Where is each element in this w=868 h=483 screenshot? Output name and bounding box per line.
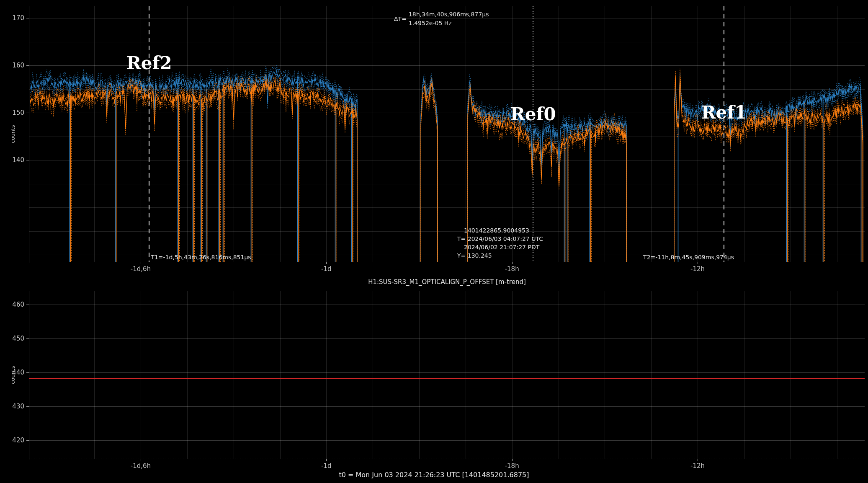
cursor-label-ref2: Ref2 xyxy=(126,53,172,73)
cursor-readout-utc: T= 2024/06/03 04:07:27 UTC xyxy=(457,235,543,242)
y-tick-label: 430 xyxy=(0,403,24,410)
y-tick-label: 460 xyxy=(0,301,24,308)
y-tick-label: 440 xyxy=(0,369,24,376)
x-tick-label: -1d xyxy=(297,265,355,273)
top-plot-y-axis-label: counts xyxy=(10,125,16,143)
cursor-time-label-ref2: T1=-1d,5h,43m,26s,816ms,851µs xyxy=(151,254,251,261)
x-tick-label: -12h xyxy=(668,265,727,273)
y-tick-label: 150 xyxy=(0,109,24,116)
ndscope-window: counts counts ΔT= 18h,34m,40s,906ms,877µ… xyxy=(0,0,868,483)
x-tick-label: -12h xyxy=(668,462,727,470)
cursor-readout-local: 2024/06/02 21:07:27 PDT xyxy=(464,244,539,251)
x-tick-label: -1d xyxy=(297,462,355,470)
y-tick-label: 170 xyxy=(0,14,24,22)
x-tick-label: -1d,6h xyxy=(111,265,170,273)
x-tick-label: -1d,6h xyxy=(111,462,170,470)
cursor-readout-y: Y= 130.245 xyxy=(457,252,492,259)
y-tick-label: 450 xyxy=(0,335,24,342)
app: { "footer": { "t0_label": "t0 = Mon Jun … xyxy=(0,0,868,483)
delta-t-annotation: ΔT= 18h,34m,40s,906ms,877µs 1.4952e-05 H… xyxy=(394,10,489,28)
cursor-ref2[interactable] xyxy=(149,6,149,262)
x-tick-label: -18h xyxy=(483,462,541,470)
y-tick-label: 160 xyxy=(0,62,24,69)
cursor-ref0[interactable] xyxy=(533,6,533,262)
bottom-plot-title: H1:SUS-SR3_M1_OPTICALIGN_P_OFFSET [m-tre… xyxy=(29,278,865,286)
y-tick-label: 420 xyxy=(0,437,24,444)
t0-footer-label: t0 = Mon Jun 03 2024 21:26:23 UTC [14014… xyxy=(0,471,868,479)
delta-t-prefix: ΔT= xyxy=(394,15,407,22)
cursor-ref1[interactable] xyxy=(724,6,724,262)
delta-t-duration: 18h,34m,40s,906ms,877µs xyxy=(409,10,489,19)
plot-overlays: counts counts ΔT= 18h,34m,40s,906ms,877µ… xyxy=(0,0,868,483)
delta-t-values: 18h,34m,40s,906ms,877µs 1.4952e-05 Hz xyxy=(409,10,489,28)
x-tick-label: -18h xyxy=(483,265,541,273)
cursor-label-ref0: Ref0 xyxy=(510,104,556,124)
cursor-time-label-ref1: T2=-11h,8m,45s,909ms,974µs xyxy=(643,254,734,261)
cursor-readout-gps: 1401422865.9004953 xyxy=(464,227,529,234)
cursor-label-ref1: Ref1 xyxy=(701,102,747,123)
y-tick-label: 140 xyxy=(0,156,24,164)
delta-t-frequency: 1.4952e-05 Hz xyxy=(409,19,489,28)
